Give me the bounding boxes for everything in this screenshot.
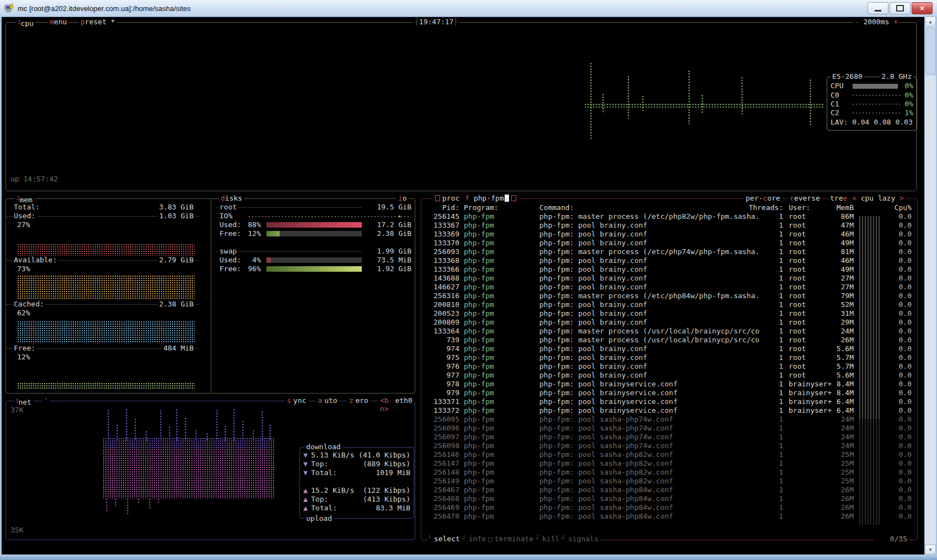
process-row[interactable]: 256097php-fpmphp-fpm: pool sasha-php74w.…: [421, 433, 917, 441]
maximize-button[interactable]: [890, 2, 911, 14]
putty-icon: [4, 3, 14, 13]
minimize-icon: [875, 10, 881, 12]
process-row[interactable]: 256095php-fpmphp-fpm: pool sasha-php74w.…: [421, 415, 917, 424]
signals-action[interactable]: signals: [566, 535, 601, 543]
process-row[interactable]: 133364php-fpmphp-fpm: master process (/u…: [421, 327, 917, 336]
disk-io-graph: [249, 216, 409, 217]
kill-action[interactable]: kill: [540, 535, 561, 543]
scrollbar[interactable]: ▲ ▼: [924, 17, 936, 554]
proc-box-title: proc: [442, 194, 459, 202]
cpu-box: 1cpu menu preset * ┤19:47:17├ - 2000ms +…: [6, 22, 917, 191]
upload-total-row: ▲Total:83.3 MiB: [300, 504, 414, 513]
mem-used-percent: 27%: [17, 220, 30, 229]
mem-free-row: Free:484 MiB: [13, 344, 195, 353]
process-row[interactable]: 133371php-fpmphp-fpm: pool brainyservice…: [421, 397, 917, 406]
per-core-toggle[interactable]: per-core: [744, 194, 782, 202]
process-row[interactable]: 979php-fpmphp-fpm: pool brainyservice.co…: [421, 389, 917, 397]
title-bar[interactable]: mc [root@a202.itdeveloper.com.ua]:/home/…: [0, 0, 937, 17]
net-box: 3net ' sync auto zero <b eth0 n> 37K 35K…: [6, 401, 415, 540]
process-row[interactable]: 976php-fpmphp-fpm: pool brainy.conf1root…: [421, 362, 917, 371]
download-total-row: ▼Total:1019 MiB: [300, 469, 414, 477]
minimize-button[interactable]: [868, 2, 888, 14]
process-row[interactable]: 256149php-fpmphp-fpm: pool sasha-php82w.…: [421, 477, 917, 486]
close-icon: ✕: [919, 5, 924, 12]
mem-cached-percent: 62%: [17, 309, 30, 317]
info-action[interactable]: info: [467, 535, 488, 543]
down-arrow-icon: ▼: [303, 469, 311, 477]
cpu-meter: [853, 84, 898, 89]
window-border-bottom: [0, 554, 937, 560]
process-row[interactable]: 133367php-fpmphp-fpm: pool brainy.conf1r…: [421, 221, 917, 230]
disk-root-free-row: Free: 12% 2.38 GiB: [218, 229, 411, 238]
mem-free-percent: 12%: [17, 353, 30, 362]
disk-swap-used-row: Used: 4% 73.5 MiB: [218, 256, 411, 265]
download-label: download: [304, 443, 342, 451]
process-row[interactable]: 977php-fpmphp-fpm: pool brainy.conf1root…: [421, 371, 917, 380]
scroll-down-button[interactable]: ▼: [925, 545, 936, 554]
cpu-total-row: CPU 0%: [831, 82, 913, 90]
up-arrow-icon: ▲: [303, 504, 311, 513]
process-row[interactable]: 133368php-fpmphp-fpm: pool brainy.conf1r…: [421, 256, 917, 265]
process-row[interactable]: 256470php-fpmphp-fpm: pool sasha-php84w.…: [421, 512, 917, 521]
process-row[interactable]: 146627php-fpmphp-fpm: pool brainy.conf1r…: [421, 283, 917, 292]
reverse-toggle[interactable]: reverse: [788, 194, 822, 202]
disk-root-free-bar: [266, 231, 377, 236]
select-action[interactable]: select: [432, 535, 462, 543]
proc-table[interactable]: 256145php-fpmphp-fpm: master process (/e…: [421, 212, 917, 521]
proc-footer: ╵ select ┘ info □ terminate ┘ kill ┘ sig…: [427, 535, 601, 543]
disks-io-toggle[interactable]: io: [397, 194, 409, 203]
scroll-up-button[interactable]: ▲: [925, 17, 936, 26]
process-row[interactable]: 133372php-fpmphp-fpm: pool brainyservice…: [421, 406, 917, 415]
mem-used-graph: [17, 244, 195, 256]
scrollbar-thumb[interactable]: [925, 28, 936, 75]
mem-available-graph: [17, 275, 195, 300]
mem-available-percent: 73%: [17, 265, 30, 273]
cpu-freq-label: 2.8 GHz: [880, 72, 913, 81]
process-row[interactable]: 200809php-fpmphp-fpm: pool brainy.conf1r…: [421, 318, 917, 327]
net-info-box: download ▼5.13 KiB/s(41.0 Kibps) ▼Top:(8…: [299, 447, 414, 519]
process-row[interactable]: 133366php-fpmphp-fpm: pool brainy.conf1r…: [421, 265, 917, 274]
terminate-action[interactable]: terminate: [492, 535, 536, 543]
process-row[interactable]: 256147php-fpmphp-fpm: pool sasha-php82w.…: [421, 459, 917, 468]
process-row[interactable]: 739php-fpmphp-fpm: master process (/usr/…: [421, 336, 917, 344]
process-row[interactable]: 256469php-fpmphp-fpm: pool sasha-php84w.…: [421, 503, 917, 512]
core1-row: C1 0%: [831, 100, 913, 109]
process-row[interactable]: 978php-fpmphp-fpm: pool brainyservice.co…: [421, 380, 917, 389]
close-button[interactable]: ✕: [912, 2, 933, 14]
process-row[interactable]: 200523php-fpmphp-fpm: pool brainy.conf1r…: [421, 309, 917, 318]
tree-toggle[interactable]: tree: [828, 194, 849, 202]
process-row[interactable]: 256148php-fpmphp-fpm: pool sasha-php82w.…: [421, 468, 917, 477]
process-row[interactable]: 256145php-fpmphp-fpm: master process (/e…: [421, 212, 917, 221]
process-row[interactable]: 200810php-fpmphp-fpm: pool brainy.conf1r…: [421, 300, 917, 309]
uptime-label: up 14:57:42: [10, 175, 58, 183]
mem-available-row: Available:2.79 GiB: [13, 256, 195, 265]
sort-column-pager[interactable]: < cpu lazy >: [850, 194, 906, 202]
proc-filter-input[interactable]: f php-fpm: [465, 194, 508, 202]
arrow-down-icon: ▼: [929, 547, 932, 552]
disks-box-title: disks: [219, 194, 244, 203]
process-row[interactable]: 256468php-fpmphp-fpm: pool sasha-php84w.…: [421, 494, 917, 503]
core0-row: C0 0%: [831, 91, 913, 100]
upload-label: upload: [304, 514, 334, 523]
download-top-row: ▼Top:(889 Kibps): [300, 460, 414, 469]
process-row[interactable]: 256146php-fpmphp-fpm: pool sasha-php82w.…: [421, 450, 917, 459]
process-row[interactable]: 143688php-fpmphp-fpm: pool brainy.conf1r…: [421, 274, 917, 283]
process-row[interactable]: 975php-fpmphp-fpm: pool brainy.conf1root…: [421, 353, 917, 362]
mem-cached-row: Cached:2.38 GiB: [13, 300, 195, 309]
process-row[interactable]: 256098php-fpmphp-fpm: pool sasha-php74w.…: [421, 441, 917, 450]
putty-window: mc [root@a202.itdeveloper.com.ua]:/home/…: [0, 0, 937, 560]
process-row[interactable]: 256316php-fpmphp-fpm: master process (/e…: [421, 292, 917, 300]
process-row[interactable]: 256096php-fpmphp-fpm: pool sasha-php74w.…: [421, 424, 917, 433]
process-row[interactable]: 133370php-fpmphp-fpm: pool brainy.conf1r…: [421, 239, 917, 247]
process-row[interactable]: 256467php-fpmphp-fpm: pool sasha-php84w.…: [421, 486, 917, 494]
filter-clear-icon[interactable]: [511, 195, 516, 201]
proc-toggle-icon[interactable]: [435, 195, 440, 201]
process-row[interactable]: 133369php-fpmphp-fpm: pool brainy.conf1r…: [421, 230, 917, 239]
process-row[interactable]: 256093php-fpmphp-fpm: master process (/e…: [421, 247, 917, 256]
window-border-left: [0, 17, 2, 554]
up-arrow-icon: ▲: [303, 486, 311, 495]
core2-graph: [853, 112, 900, 114]
window-title: mc [root@a202.itdeveloper.com.ua]:/home/…: [18, 4, 868, 13]
process-row[interactable]: 974php-fpmphp-fpm: pool brainy.conf1root…: [421, 344, 917, 353]
arrow-up-icon: ▲: [929, 19, 932, 24]
